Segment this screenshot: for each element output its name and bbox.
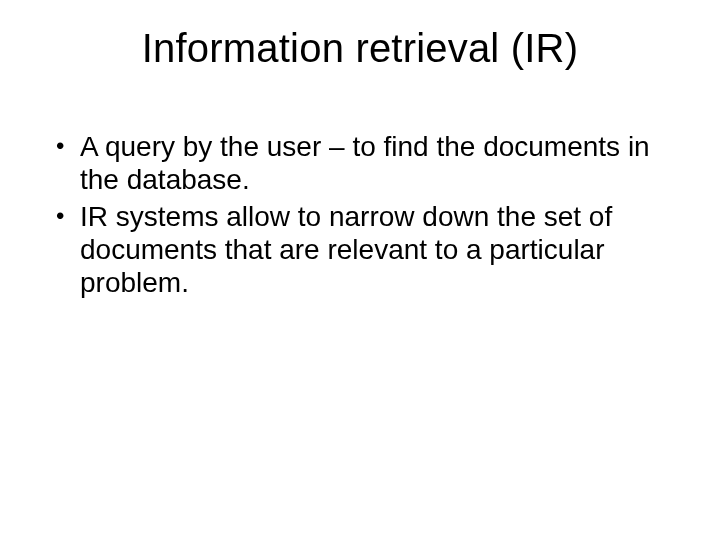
bullet-list: A query by the user – to find the docume… (54, 130, 678, 299)
list-item: IR systems allow to narrow down the set … (54, 200, 678, 299)
slide-title: Information retrieval (IR) (0, 26, 720, 71)
list-item: A query by the user – to find the docume… (54, 130, 678, 196)
slide-body: A query by the user – to find the docume… (54, 130, 678, 303)
slide: Information retrieval (IR) A query by th… (0, 0, 720, 540)
